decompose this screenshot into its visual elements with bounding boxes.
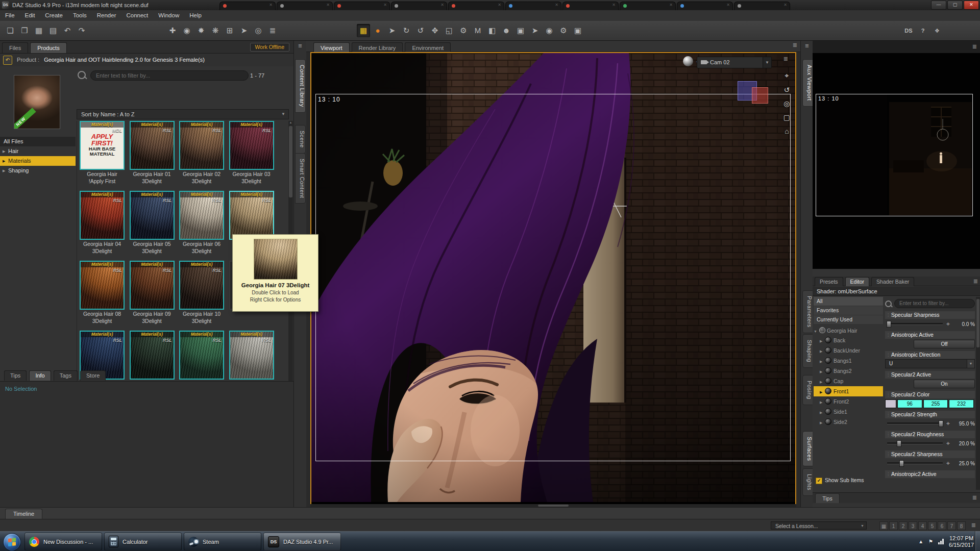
dock-tab-lights[interactable]: Lights (802, 468, 813, 496)
tab-tips[interactable]: Tips (4, 370, 27, 381)
menu-connect[interactable]: Connect (121, 10, 153, 21)
scale-tool-icon[interactable]: ◱ (443, 24, 456, 37)
dock-tab-posing[interactable]: Posing (802, 375, 813, 405)
surface-group-georgia-hair[interactable]: ▼Georgia Hair (814, 326, 883, 335)
surfaces-menu-icon[interactable]: ≣ (973, 277, 978, 286)
filter-favorites[interactable]: Favorites (814, 306, 883, 315)
draw-style-icon[interactable] (683, 56, 693, 66)
page-button-4[interactable]: 4 (918, 521, 927, 530)
slider-handle[interactable] (897, 440, 901, 447)
color-swatch[interactable] (885, 399, 896, 408)
material-item-georgia-hair-06-3delight[interactable]: Material(s)RSLGeorgia Hair 063Delight (179, 191, 224, 254)
param-slider[interactable]: ✚25.0 % (885, 459, 975, 467)
surface-item-backunder[interactable]: ▶BackUnder (814, 345, 883, 356)
param-value[interactable]: 25.0 % (951, 461, 975, 466)
orbit-icon[interactable]: ↺ (783, 86, 790, 94)
pointer-alt-icon[interactable]: ➤ (528, 24, 542, 37)
zoom-icon[interactable]: ◎ (783, 99, 790, 108)
nav-item-hair[interactable]: ▶Hair (0, 146, 76, 156)
taskbar-button-daz-studio-4-9-pr[interactable]: DSDAZ Studio 4.9 Pr... (263, 533, 341, 550)
show-desktop-button[interactable] (975, 531, 980, 551)
palette-icon[interactable]: ❖ (930, 24, 944, 37)
scrollbar-thumb[interactable] (289, 126, 292, 197)
material-item-georgia-hair-15[interactable]: Material(s)RSLGeorgia Hair 15 (229, 331, 274, 388)
lesson-menu-icon[interactable]: ≣ (971, 522, 976, 529)
toggle-button[interactable]: Off (914, 340, 975, 348)
help-icon[interactable]: ? (916, 24, 929, 37)
taskbar-button-calculator[interactable]: Calculator (104, 533, 182, 550)
tray-expand-icon[interactable]: ▲ (918, 539, 923, 544)
people-icon[interactable]: ☻ (500, 24, 513, 37)
page-button-5[interactable]: 5 (928, 521, 937, 530)
material-item-georgia-hair-08-3delight[interactable]: Material(s)RSLGeorgia Hair 083Delight (80, 261, 125, 324)
surface-item-cap[interactable]: ▶Cap (814, 376, 883, 386)
slider-handle[interactable] (939, 420, 943, 427)
tips-menu-icon[interactable]: ≣ (972, 494, 977, 501)
origin-icon[interactable]: ⌖ (783, 71, 790, 80)
filter-currently-used[interactable]: Currently Used (814, 315, 883, 324)
filter-all[interactable]: All (814, 297, 883, 306)
page-button-3[interactable]: 3 (909, 521, 917, 530)
material-item-georgia-hair-01-3delight[interactable]: Material(s)RSLGeorgia Hair 013Delight (130, 121, 175, 184)
link-node-icon[interactable]: ➤ (237, 24, 251, 37)
layout-grid-icon[interactable]: ▦ (879, 521, 888, 530)
add-figure-icon[interactable]: ✚ (166, 24, 179, 37)
gear-camera-icon[interactable]: ⚙ (557, 24, 570, 37)
slider-track[interactable] (887, 462, 943, 464)
menu-create[interactable]: Create (40, 10, 68, 21)
save-icon[interactable]: ▦ (32, 24, 45, 37)
surface-item-front1[interactable]: ▶Front1 (814, 386, 883, 396)
increment-icon[interactable]: ✚ (946, 461, 950, 466)
taskbar-button-steam[interactable]: Steam (184, 533, 261, 550)
parameter-filter-input[interactable]: Enter text to filter by... (894, 299, 975, 308)
sort-dropdown[interactable]: Sort by Name : A to Z ▼ (77, 109, 289, 119)
dock-tab-scene[interactable]: Scene (295, 125, 306, 154)
add-node-icon[interactable]: ◉ (180, 24, 193, 37)
material-item-georgia-hair-13[interactable]: Material(s)RSLGeorgia Hair 13 (130, 331, 175, 388)
view-gizmo-left[interactable] (752, 87, 768, 104)
material-item-georgia-hair-09-3delight[interactable]: Material(s)RSLGeorgia Hair 093Delight (130, 261, 175, 324)
toggle-button[interactable]: On (914, 380, 975, 388)
frame-icon[interactable]: ▢ (783, 113, 790, 121)
lens-icon[interactable]: ◉ (543, 24, 556, 37)
surface-item-side1[interactable]: ▶Side1 (814, 407, 883, 417)
translate-tool-icon[interactable]: ✥ (428, 24, 442, 37)
camera-selector[interactable]: Cam 02 ▼ (697, 57, 772, 68)
redo-icon[interactable]: ↷ (75, 24, 88, 37)
dock-tab-content-library[interactable]: Content Library (295, 59, 306, 113)
menu-edit[interactable]: Edit (20, 10, 40, 21)
orbit-tool-icon[interactable]: ↺ (414, 24, 427, 37)
param-dropdown[interactable]: U▼ (885, 359, 975, 368)
target-icon[interactable]: ◎ (252, 24, 265, 37)
lesson-dropdown[interactable]: Select a Lesson... ▼ (771, 521, 867, 530)
param-slider[interactable]: ✚20.0 % (885, 439, 975, 447)
nav-item-all-files[interactable]: All Files (0, 137, 76, 146)
color-channel-value[interactable]: 96 (897, 399, 922, 408)
dock-tab-surfaces[interactable]: Surfaces (802, 431, 813, 466)
material-item-georgia-hair-04-3delight[interactable]: Material(s)RSLGeorgia Hair 043Delight (80, 191, 125, 254)
color-channel-value[interactable]: 232 (949, 399, 974, 408)
work-offline-button[interactable]: Work Offline (250, 43, 289, 52)
nav-item-materials[interactable]: ▶Materials (0, 156, 76, 166)
material-item-georgia-hair-02-3delight[interactable]: Material(s)RSLGeorgia Hair 023Delight (179, 121, 224, 184)
taskbar-button-new-discussion[interactable]: New Discussion - ... (24, 533, 102, 550)
param-slider[interactable]: ✚0.0 % (885, 320, 975, 328)
param-value[interactable]: 0.0 % (951, 321, 975, 327)
surface-item-front2[interactable]: ▶Front2 (814, 396, 883, 407)
slider-track[interactable] (887, 442, 943, 444)
filter-input[interactable]: Enter text to filter by... (90, 70, 249, 81)
material-item-georgia-hair-14[interactable]: Material(s)RSLGeorgia Hair 14 (179, 331, 224, 388)
surface-item-bangs2[interactable]: ▶Bangs2 (814, 366, 883, 376)
page-button-2[interactable]: 2 (899, 521, 908, 530)
save-last-icon[interactable]: ▤ (46, 24, 60, 37)
render-camera-icon[interactable]: ▣ (571, 24, 584, 37)
tips-tab[interactable]: Tips (815, 493, 840, 503)
increment-icon[interactable]: ✚ (946, 322, 950, 327)
restore-button[interactable]: ▢ (947, 1, 963, 10)
aux-menu-icon[interactable]: ≣ (972, 43, 977, 50)
daz-connect-icon[interactable]: DS (902, 24, 915, 37)
tab-render-library[interactable]: Render Library (352, 42, 403, 53)
close-button[interactable]: ✕ (964, 1, 979, 10)
dock-tab-aux-viewport[interactable]: Aux Viewport (802, 59, 813, 107)
increment-icon[interactable]: ✚ (946, 421, 950, 426)
